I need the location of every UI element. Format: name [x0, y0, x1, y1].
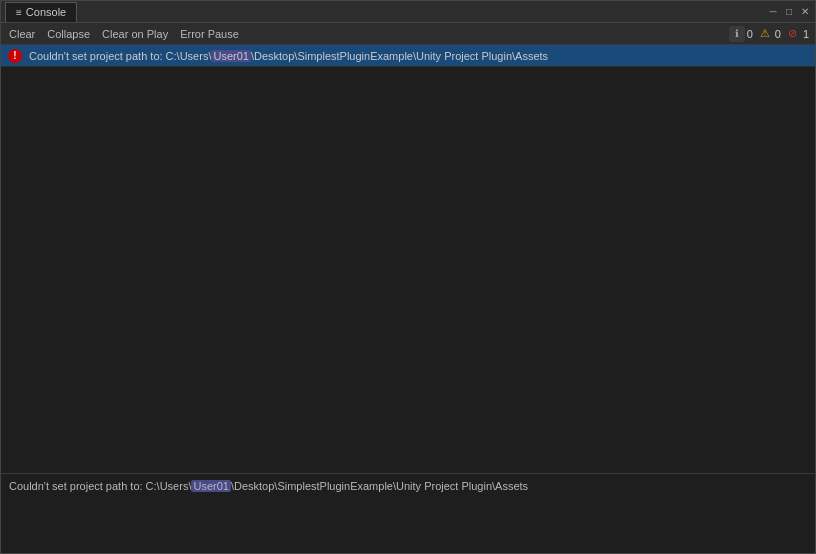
toolbar: Clear Collapse Clear on Play Error Pause… [1, 23, 815, 45]
console-window: ≡ Console Clear Collapse Clear on Play E… [0, 0, 816, 554]
username-highlight: User01 [211, 50, 250, 62]
table-row[interactable]: ! Couldn't set project path to: C:\Users… [1, 45, 815, 67]
detail-message: Couldn't set project path to: C:\Users\U… [9, 480, 807, 492]
detail-username-highlight: User01 [191, 480, 230, 492]
warn-icon: ⚠ [757, 26, 773, 42]
error-circle-icon: ! [8, 49, 22, 63]
clear-button[interactable]: Clear [3, 24, 41, 44]
error-entry-icon: ! [7, 48, 23, 64]
error-pause-button[interactable]: Error Pause [174, 24, 245, 44]
warn-count: 0 [775, 28, 781, 40]
console-tab[interactable]: ≡ Console [5, 2, 77, 22]
error-status[interactable]: ⊘ 1 [785, 26, 809, 42]
clear-on-play-button[interactable]: Clear on Play [96, 24, 174, 44]
error-icon-status: ⊘ [785, 26, 801, 42]
minimize-button[interactable] [767, 6, 779, 18]
info-status[interactable]: ℹ 0 [729, 26, 753, 42]
detail-area: Couldn't set project path to: C:\Users\U… [1, 473, 815, 553]
log-area[interactable]: ! Couldn't set project path to: C:\Users… [1, 45, 815, 473]
console-tab-icon: ≡ [16, 7, 22, 18]
maximize-button[interactable] [783, 6, 795, 18]
info-count: 0 [747, 28, 753, 40]
console-tab-label: Console [26, 6, 66, 18]
info-icon: ℹ [729, 26, 745, 42]
title-bar-right [767, 6, 811, 18]
collapse-button[interactable]: Collapse [41, 24, 96, 44]
title-bar-left: ≡ Console [5, 2, 77, 22]
warn-status[interactable]: ⚠ 0 [757, 26, 781, 42]
close-button[interactable] [799, 6, 811, 18]
title-bar: ≡ Console [1, 1, 815, 23]
status-icons: ℹ 0 ⚠ 0 ⊘ 1 [729, 26, 813, 42]
log-message: Couldn't set project path to: C:\Users\U… [29, 50, 548, 62]
error-count: 1 [803, 28, 809, 40]
